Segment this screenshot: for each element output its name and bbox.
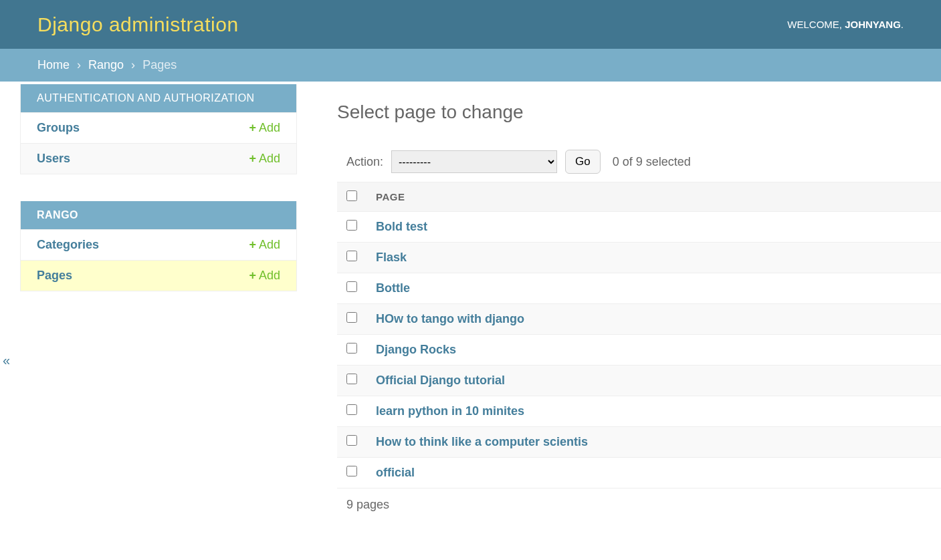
row-checkbox[interactable] [346,312,357,323]
sidebar-item-groups: Groups +Add [21,112,296,143]
sidebar-item-pages: Pages +Add [21,260,296,291]
row-checkbox[interactable] [346,374,357,384]
model-link[interactable]: Categories [37,238,99,252]
row-link[interactable]: official [376,466,415,479]
module-caption-link[interactable]: RANGO [37,209,78,221]
table-row: Bottle [337,273,941,304]
row-checkbox[interactable] [346,435,357,446]
row-link[interactable]: learn python in 10 minites [376,404,524,418]
table-row: Official Django tutorial [337,366,941,396]
go-button[interactable]: Go [565,150,601,174]
module-caption-link[interactable]: AUTHENTICATION AND AUTHORIZATION [37,92,255,104]
actions-bar: Action: --------- Go 0 of 9 selected [337,150,941,174]
add-link[interactable]: +Add [249,238,280,252]
dot: . [901,19,904,30]
breadcrumb-home[interactable]: Home [37,58,70,72]
plus-icon: + [249,269,256,282]
username: JOHNYANG [845,19,901,30]
row-checkbox[interactable] [346,466,357,476]
row-link[interactable]: How to think like a computer scientis [376,435,588,448]
plus-icon: + [249,152,256,165]
row-link[interactable]: Bold test [376,220,427,233]
toggle-sidebar-icon[interactable]: « [3,353,10,368]
breadcrumb-current: Pages [142,58,177,72]
breadcrumb-sep: › [131,58,135,72]
add-link[interactable]: +Add [249,269,280,283]
row-link[interactable]: HOw to tango with django [376,312,524,325]
welcome-text: WELCOME, [787,19,842,30]
paginator: 9 pages [337,488,941,521]
module-caption: RANGO [21,201,296,229]
row-checkbox[interactable] [346,343,357,354]
module-caption: AUTHENTICATION AND AUTHORIZATION [21,84,296,112]
breadcrumb: Home › Rango › Pages [0,49,941,82]
breadcrumb-sep: › [77,58,81,72]
model-link[interactable]: Users [37,152,70,166]
add-label: Add [259,238,280,251]
table-row: How to think like a computer scientis [337,427,941,458]
add-link[interactable]: +Add [249,152,280,166]
row-link[interactable]: Flask [376,251,407,264]
add-label: Add [259,121,280,134]
plus-icon: + [249,238,256,251]
results-table: PAGE Bold testFlaskBottleHOw to tango wi… [337,182,941,488]
row-link[interactable]: Bottle [376,281,410,295]
model-link[interactable]: Groups [37,121,80,135]
action-select[interactable]: --------- [391,150,557,173]
user-tools: WELCOME, JOHNYANG. [787,19,904,30]
table-row: learn python in 10 minites [337,396,941,427]
selection-counter: 0 of 9 selected [613,155,691,169]
content: Select page to change Action: --------- … [297,82,941,521]
select-all-checkbox[interactable] [346,190,357,201]
sidebar-module-rango: RANGO Categories +Add Pages +Add [20,201,297,291]
table-row: Bold test [337,212,941,243]
add-label: Add [259,269,280,282]
row-checkbox[interactable] [346,404,357,415]
sidebar-item-categories: Categories +Add [21,229,296,260]
model-link[interactable]: Pages [37,269,72,283]
header: Django administration WELCOME, JOHNYANG. [0,0,941,49]
sidebar: « AUTHENTICATION AND AUTHORIZATION Group… [0,82,297,521]
sidebar-item-users: Users +Add [21,143,296,174]
breadcrumb-app[interactable]: Rango [88,58,124,72]
row-checkbox[interactable] [346,281,357,292]
column-header-page[interactable]: PAGE [367,182,941,212]
table-row: Flask [337,243,941,273]
page-title: Select page to change [337,102,941,123]
row-checkbox[interactable] [346,251,357,261]
table-row: official [337,458,941,488]
table-row: HOw to tango with django [337,304,941,335]
sidebar-module-auth: AUTHENTICATION AND AUTHORIZATION Groups … [20,84,297,174]
row-checkbox[interactable] [346,220,357,231]
add-link[interactable]: +Add [249,121,280,135]
table-row: Django Rocks [337,335,941,366]
add-label: Add [259,152,280,165]
table-header-row: PAGE [337,182,941,212]
site-title[interactable]: Django administration [37,13,239,36]
row-link[interactable]: Official Django tutorial [376,374,505,387]
plus-icon: + [249,121,256,134]
row-link[interactable]: Django Rocks [376,343,456,356]
action-label: Action: [346,155,383,169]
